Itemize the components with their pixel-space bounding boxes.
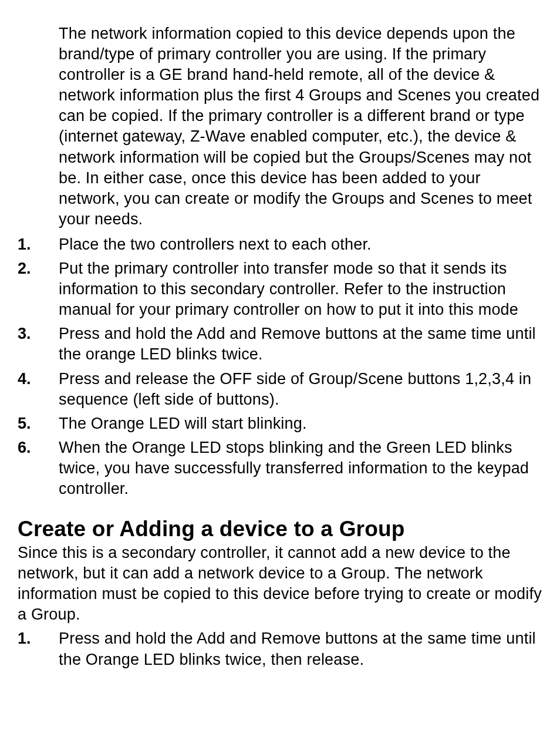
intro-paragraph-container: The network information copied to this d…	[59, 23, 542, 230]
group-step-1-text: Press and hold the Add and Remove button…	[59, 628, 542, 669]
group-section-heading: Create or Adding a device to a Group	[18, 517, 542, 541]
group-step-1: Press and hold the Add and Remove button…	[18, 628, 542, 669]
group-steps-list: Press and hold the Add and Remove button…	[18, 628, 542, 669]
transfer-step-5: The Orange LED will start blinking.	[18, 413, 542, 434]
transfer-step-1-text: Place the two controllers next to each o…	[59, 234, 372, 255]
transfer-step-6: When the Orange LED stops blinking and t…	[18, 438, 542, 499]
transfer-step-6-text: When the Orange LED stops blinking and t…	[59, 438, 542, 499]
transfer-step-4: Press and release the OFF side of Group/…	[18, 369, 542, 410]
transfer-step-5-text: The Orange LED will start blinking.	[59, 413, 307, 434]
group-section-intro: Since this is a secondary controller, it…	[18, 543, 542, 625]
transfer-steps-list: Place the two controllers next to each o…	[18, 234, 542, 499]
transfer-step-1: Place the two controllers next to each o…	[18, 234, 542, 255]
transfer-step-2-text: Put the primary controller into transfer…	[59, 258, 542, 320]
transfer-step-3-text: Press and hold the Add and Remove button…	[59, 324, 542, 365]
transfer-step-2: Put the primary controller into transfer…	[18, 258, 542, 320]
transfer-step-3: Press and hold the Add and Remove button…	[18, 324, 542, 365]
intro-paragraph: The network information copied to this d…	[59, 23, 542, 230]
transfer-step-4-text: Press and release the OFF side of Group/…	[59, 369, 542, 410]
